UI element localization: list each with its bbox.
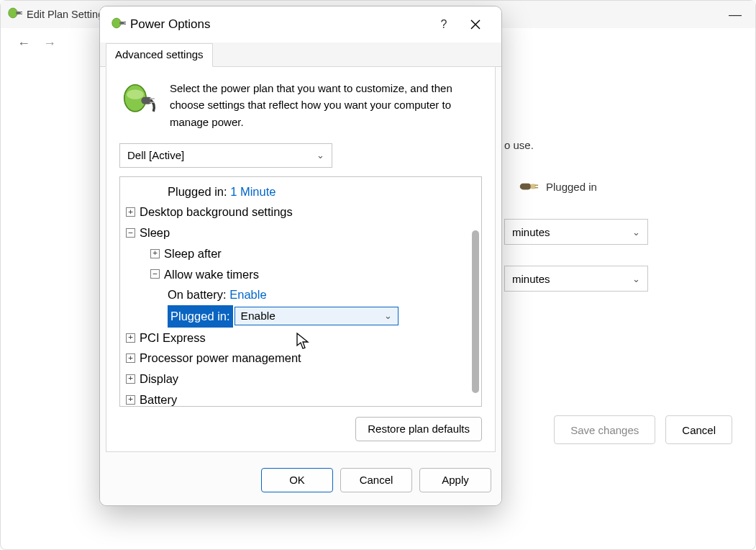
tab-strip: Advanced settings bbox=[100, 42, 501, 67]
bg-minutes-select-2[interactable]: minutes ⌄ bbox=[504, 266, 648, 292]
tab-body: Select the power plan that you want to c… bbox=[106, 67, 496, 452]
bg-minutes-text-1: minutes bbox=[512, 226, 550, 238]
tree-row-plugged-in-selected[interactable]: Plugged in: Enable ⌄ bbox=[126, 305, 481, 328]
tree-label: Battery bbox=[140, 389, 177, 407]
close-button[interactable] bbox=[460, 12, 491, 37]
expand-icon[interactable]: + bbox=[126, 395, 135, 405]
plug-icon bbox=[519, 179, 539, 194]
tree-label: On battery: bbox=[168, 284, 227, 305]
tree-row-pci[interactable]: + PCI Express bbox=[126, 328, 481, 348]
bg-cancel-button[interactable]: Cancel bbox=[665, 415, 732, 444]
tree-row-plugged-in-first[interactable]: Plugged in: 1 Minute bbox=[126, 181, 481, 202]
bg-minutes-text-2: minutes bbox=[512, 273, 550, 285]
tree-label: Sleep after bbox=[164, 243, 222, 264]
dialog-titlebar: Power Options ? bbox=[100, 6, 501, 42]
tab-advanced-settings[interactable]: Advanced settings bbox=[106, 43, 213, 67]
tree-scrollbar[interactable] bbox=[472, 230, 479, 393]
power-plug-large-icon bbox=[119, 80, 158, 130]
plugged-in-value-dropdown[interactable]: Enable ⌄ bbox=[234, 307, 399, 325]
tree-label-selected: Plugged in: bbox=[168, 305, 233, 328]
nav-forward-button[interactable]: → bbox=[37, 36, 63, 51]
cancel-button[interactable]: Cancel bbox=[340, 468, 412, 492]
svg-rect-4 bbox=[520, 184, 532, 190]
power-plug-icon bbox=[110, 17, 126, 32]
dialog-title: Power Options bbox=[130, 17, 211, 32]
apply-button[interactable]: Apply bbox=[419, 468, 491, 492]
collapse-icon[interactable]: − bbox=[150, 269, 160, 279]
dropdown-value: Enable bbox=[241, 307, 275, 326]
bg-window-title: Edit Plan Settings bbox=[27, 9, 109, 20]
tree-content: Plugged in: 1 Minute + Desktop backgroun… bbox=[120, 177, 481, 407]
power-options-dialog: Power Options ? Advanced settings Select… bbox=[99, 6, 502, 506]
collapse-icon[interactable]: − bbox=[126, 228, 135, 238]
power-plan-selected: Dell [Active] bbox=[127, 149, 184, 161]
tree-label: Plugged in: bbox=[168, 181, 227, 202]
tree-label: Desktop background settings bbox=[140, 202, 293, 222]
dialog-button-row: OK Cancel Apply bbox=[100, 461, 501, 505]
bg-button-row: Save changes Cancel bbox=[554, 415, 732, 444]
tree-row-processor[interactable]: + Processor power management bbox=[126, 348, 481, 369]
bg-plugged-in-label: Plugged in bbox=[546, 181, 597, 193]
chevron-down-icon: ⌄ bbox=[316, 150, 324, 161]
bg-partial-text: o use. bbox=[504, 139, 534, 151]
tree-value-link[interactable]: Enable bbox=[229, 284, 266, 305]
tree-value-link[interactable]: 1 Minute bbox=[230, 181, 275, 202]
settings-tree: Plugged in: 1 Minute + Desktop backgroun… bbox=[119, 176, 482, 407]
tree-row-allow-wake-timers[interactable]: − Allow wake timers bbox=[126, 264, 481, 285]
svg-rect-9 bbox=[119, 22, 124, 24]
tree-label: Display bbox=[140, 369, 178, 389]
svg-rect-1 bbox=[16, 12, 21, 14]
help-button[interactable]: ? bbox=[428, 12, 460, 37]
expand-icon[interactable]: + bbox=[150, 249, 160, 258]
chevron-down-icon: ⌄ bbox=[384, 308, 392, 325]
chevron-down-icon: ⌄ bbox=[632, 227, 640, 238]
svg-point-15 bbox=[127, 90, 144, 100]
tree-label: PCI Express bbox=[140, 328, 206, 348]
svg-rect-16 bbox=[141, 97, 152, 104]
tree-row-on-battery[interactable]: On battery: Enable bbox=[126, 284, 481, 305]
restore-defaults-button[interactable]: Restore plan defaults bbox=[355, 417, 482, 441]
power-plug-icon bbox=[6, 6, 22, 22]
tree-label: Allow wake timers bbox=[164, 264, 259, 285]
power-plan-select[interactable]: Dell [Active] ⌄ bbox=[119, 143, 332, 168]
minimize-button[interactable]: — bbox=[721, 7, 750, 22]
chevron-down-icon: ⌄ bbox=[632, 274, 640, 284]
bg-plugged-in-header: Plugged in bbox=[519, 179, 597, 194]
tree-row-desktop-bg[interactable]: + Desktop background settings bbox=[126, 202, 481, 222]
save-changes-button[interactable]: Save changes bbox=[554, 415, 655, 444]
tree-row-sleep-after[interactable]: + Sleep after bbox=[126, 243, 481, 264]
tree-row-battery[interactable]: + Battery bbox=[126, 389, 481, 407]
expand-icon[interactable]: + bbox=[126, 374, 135, 384]
expand-icon[interactable]: + bbox=[126, 353, 135, 363]
tree-row-sleep[interactable]: − Sleep bbox=[126, 222, 481, 243]
ok-button[interactable]: OK bbox=[261, 468, 333, 492]
expand-icon[interactable]: + bbox=[126, 333, 135, 343]
tree-row-display[interactable]: + Display bbox=[126, 369, 481, 389]
expand-icon[interactable]: + bbox=[126, 207, 135, 217]
tree-label: Processor power management bbox=[140, 348, 301, 369]
dialog-description: Select the power plan that you want to c… bbox=[170, 80, 482, 130]
bg-minutes-select-1[interactable]: minutes ⌄ bbox=[504, 219, 648, 245]
svg-rect-5 bbox=[531, 184, 536, 189]
nav-back-button[interactable]: ← bbox=[11, 36, 37, 51]
tree-label: Sleep bbox=[140, 222, 170, 243]
